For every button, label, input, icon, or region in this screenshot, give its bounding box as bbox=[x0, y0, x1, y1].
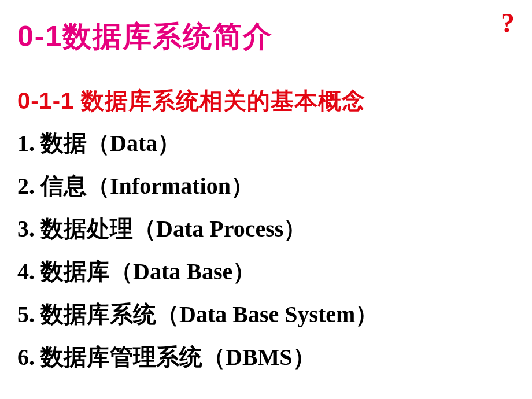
list-item: 1. 数据（Data） bbox=[17, 127, 520, 160]
list-item: 2. 信息（Information） bbox=[17, 170, 520, 202]
margin-line bbox=[8, 0, 8, 399]
list-item: 3. 数据处理（Data Process） bbox=[17, 213, 520, 245]
help-icon[interactable]: ? bbox=[501, 7, 515, 39]
list-item: 4. 数据库（Data Base） bbox=[17, 256, 520, 288]
slide: ? 0-1数据库系统简介 0-1-1 数据库系统相关的基本概念 1. 数据（Da… bbox=[0, 0, 532, 399]
slide-title: 0-1数据库系统简介 bbox=[17, 17, 520, 56]
list-item: 6. 数据库管理系统（DBMS） bbox=[17, 341, 520, 374]
slide-subtitle: 0-1-1 数据库系统相关的基本概念 bbox=[17, 85, 520, 117]
list-item: 5. 数据库系统（Data Base System） bbox=[17, 298, 520, 331]
